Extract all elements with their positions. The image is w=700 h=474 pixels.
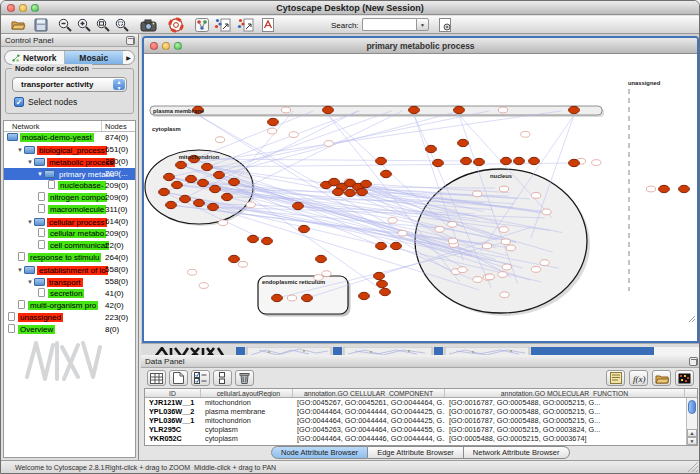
import-network-blue-icon[interactable] — [214, 17, 230, 33]
tree-expand-icon[interactable]: ▼ — [27, 276, 33, 288]
network-node[interactable] — [448, 238, 457, 244]
network-node[interactable] — [521, 131, 530, 137]
network-node[interactable] — [186, 175, 197, 182]
network-node[interactable] — [289, 132, 298, 138]
network-node[interactable] — [374, 272, 385, 279]
network-node[interactable] — [281, 107, 290, 113]
network-node[interactable] — [194, 199, 205, 206]
network-node[interactable] — [248, 235, 259, 242]
network-node[interactable] — [448, 221, 457, 227]
network-node[interactable] — [376, 242, 387, 249]
network-node[interactable] — [188, 269, 197, 275]
network-node[interactable] — [498, 107, 507, 113]
table-row[interactable]: YPL036W__2plasma membrane[GO:0044464, GO… — [145, 407, 697, 416]
view-resize-grip[interactable] — [689, 316, 695, 322]
network-node[interactable] — [500, 292, 509, 298]
table-cell[interactable]: [GO:0044464, GO:0044446, GO:0044444, G..… — [293, 434, 445, 443]
table-row[interactable]: YJR121W__1mitochondrion[GO:0045267, GO:0… — [145, 398, 697, 407]
tabs-overflow-button[interactable]: ▶ — [123, 51, 134, 64]
table-cell[interactable]: YJR121W__1 — [145, 398, 201, 407]
network-node[interactable] — [222, 193, 233, 200]
network-node[interactable] — [324, 141, 333, 147]
tree-expand-icon[interactable]: ▼ — [37, 168, 43, 180]
table-scrollbar[interactable]: ▲ ▼ — [686, 398, 697, 445]
network-node[interactable] — [531, 266, 540, 272]
table-column-header[interactable]: _cellularLayoutRegion — [201, 389, 293, 397]
network-node[interactable] — [202, 163, 213, 170]
network-view-titlebar[interactable]: primary metabolic process — [144, 38, 697, 54]
network-node[interactable] — [679, 185, 690, 192]
network-node[interactable] — [501, 239, 510, 245]
zoom-in-icon[interactable] — [76, 17, 92, 33]
network-node[interactable] — [458, 139, 469, 146]
annotations-icon[interactable] — [260, 17, 276, 33]
float-data-panel-icon[interactable] — [689, 357, 698, 366]
table-column-header[interactable]: ID — [145, 389, 201, 397]
tree-row[interactable]: macromolecule311(0) — [4, 204, 135, 216]
network-node[interactable] — [514, 157, 525, 164]
network-node[interactable] — [569, 106, 580, 113]
network-node[interactable] — [376, 157, 387, 164]
network-node[interactable] — [262, 237, 273, 244]
delete-attribute-icon[interactable] — [235, 370, 254, 386]
tree-row[interactable]: nitrogen compo209(0) — [4, 192, 135, 204]
tree-row[interactable]: ▼cellular process614(0) — [4, 216, 135, 228]
network-node[interactable] — [180, 195, 191, 202]
tree-row[interactable]: multi-organism pro42(0) — [4, 300, 135, 312]
network-node[interactable] — [210, 185, 221, 192]
network-node[interactable] — [531, 193, 540, 199]
network-node[interactable] — [398, 230, 407, 236]
network-node[interactable] — [499, 227, 508, 233]
tree-row[interactable]: ▼biological_process651(0) — [4, 144, 135, 156]
network-node[interactable] — [299, 225, 310, 232]
network-node[interactable] — [529, 157, 540, 164]
tree-row[interactable]: ▼primary metabo209(... — [4, 168, 135, 180]
network-node[interactable] — [218, 220, 227, 226]
network-node[interactable] — [272, 294, 283, 301]
network-node[interactable] — [229, 255, 240, 262]
tree-row[interactable]: ▼transport558(0) — [4, 276, 135, 288]
network-node[interactable] — [229, 178, 240, 185]
network-node[interactable] — [322, 271, 331, 277]
select-attributes-icon[interactable] — [191, 370, 210, 386]
network-node[interactable] — [316, 255, 327, 262]
tree-row[interactable]: unassigned223(0) — [4, 312, 135, 324]
tree-row[interactable]: ▼establishment of lo558(0) — [4, 264, 135, 276]
attribute-table-icon[interactable] — [147, 370, 166, 386]
network-node[interactable] — [569, 159, 580, 166]
table-cell[interactable]: plasma membrane — [201, 407, 293, 416]
network-node[interactable] — [482, 243, 491, 249]
table-cell[interactable]: [GO:0044464, GO:0044444, GO:0044425, G..… — [293, 407, 445, 416]
network-node[interactable] — [458, 267, 467, 273]
vizmapper-icon[interactable] — [194, 17, 210, 33]
scroll-up-icon[interactable]: ▲ — [687, 429, 697, 437]
network-node[interactable] — [357, 188, 368, 195]
network-node[interactable] — [380, 288, 391, 295]
tree-row[interactable]: ▼metabolic process280(0) — [4, 156, 135, 168]
network-node[interactable] — [499, 186, 508, 192]
network-node[interactable] — [345, 189, 356, 196]
network-node[interactable] — [388, 217, 397, 223]
network-node[interactable] — [238, 261, 247, 267]
network-node[interactable] — [164, 173, 175, 180]
table-cell[interactable]: [GO:0045267, GO:0045261, GO:0044464, G..… — [293, 398, 445, 407]
window-resize-grip[interactable] — [688, 462, 698, 472]
network-node[interactable] — [409, 106, 420, 113]
table-cell[interactable]: YDR039C__1 — [145, 443, 201, 446]
tree-expand-icon[interactable]: ▼ — [17, 264, 23, 276]
tab-network-attribute-browser[interactable]: Network Attribute Browser — [464, 446, 570, 459]
scrollbar-thumb[interactable] — [688, 400, 696, 414]
network-node[interactable] — [426, 145, 437, 152]
network-node[interactable] — [333, 188, 344, 195]
network-node[interactable] — [176, 161, 187, 168]
network-node[interactable] — [302, 294, 313, 301]
network-node[interactable] — [391, 242, 402, 249]
table-cell[interactable]: YPL036W__1 — [145, 416, 201, 425]
table-cell[interactable]: [GO:0016787, GO:0005488, GO:0005215, G..… — [445, 416, 685, 425]
network-node[interactable] — [166, 201, 177, 208]
search-options-icon[interactable] — [437, 17, 453, 33]
network-node[interactable] — [323, 106, 334, 113]
tree-expand-icon[interactable]: ▼ — [17, 144, 23, 156]
network-node[interactable] — [381, 170, 392, 177]
zoom-selected-icon[interactable] — [114, 17, 130, 33]
